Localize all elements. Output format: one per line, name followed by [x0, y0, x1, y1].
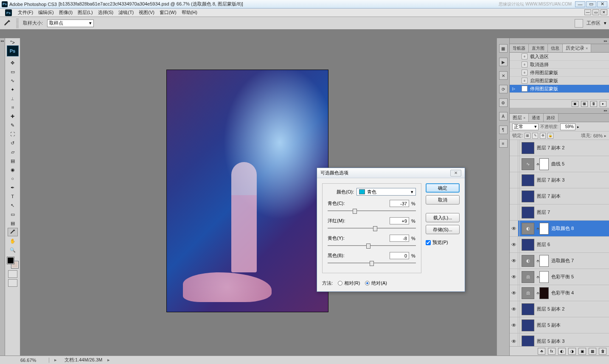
window-close-button[interactable]: ✕	[597, 1, 607, 7]
layer-row[interactable]: 👁◐⬘选取颜色 7	[510, 253, 609, 269]
tab-layers[interactable]: 图层×	[510, 114, 529, 122]
brush-preset-button[interactable]	[575, 19, 583, 28]
dock-button-8[interactable]: ≡	[499, 139, 508, 148]
menu-layer[interactable]: 图层(L)	[75, 8, 95, 17]
eyedropper-tool-icon[interactable]	[3, 19, 12, 28]
history-item[interactable]: ▷≡停用图层蒙版	[510, 85, 609, 93]
layer-visibility-toggle[interactable]	[510, 140, 518, 156]
dialog-titlebar[interactable]: 可选颜色选项 ✕	[317, 168, 465, 178]
type-tool[interactable]: T	[8, 192, 18, 201]
layer-mask-thumb[interactable]	[539, 271, 549, 283]
chevron-right-icon[interactable]: ▸	[54, 357, 57, 363]
delete-layer-button[interactable]: 🗑	[599, 348, 606, 355]
cyan-track[interactable]	[328, 208, 416, 214]
relative-radio[interactable]	[338, 281, 342, 286]
layer-visibility-toggle[interactable]: 👁	[510, 301, 518, 317]
layer-visibility-toggle[interactable]: 👁	[510, 237, 518, 252]
document-canvas[interactable]	[167, 70, 328, 312]
layer-row[interactable]: 👁⚖⬘色彩平衡 4	[510, 285, 609, 301]
blend-mode-select[interactable]: 正常▾	[512, 123, 539, 130]
tab-history[interactable]: 历史记录×	[563, 44, 591, 52]
layer-thumb[interactable]: ⚖	[522, 271, 534, 283]
color-swatches[interactable]	[7, 257, 18, 268]
panel-collapse-bar[interactable]: ▸▸	[510, 38, 609, 44]
dock-button-2[interactable]: ▶	[499, 58, 508, 66]
zoom-tool[interactable]: 🔍	[8, 246, 18, 254]
layer-visibility-toggle[interactable]: 👁	[510, 221, 518, 236]
layer-thumb[interactable]: ◐	[522, 255, 534, 267]
layer-visibility-toggle[interactable]	[510, 188, 518, 204]
layer-row[interactable]: 图层 7 副本	[510, 188, 609, 204]
menu-window[interactable]: 窗口(W)	[157, 8, 179, 17]
dock-button-3[interactable]: ✕	[499, 71, 508, 80]
layer-visibility-toggle[interactable]: 👁	[510, 253, 518, 269]
magenta-input[interactable]: +9	[390, 217, 409, 224]
dock-button-1[interactable]: ▦	[499, 44, 508, 53]
fg-color-swatch[interactable]	[7, 257, 14, 264]
sample-size-select[interactable]: 取样点▾	[47, 20, 94, 27]
history-new-button[interactable]: ▦	[581, 101, 588, 107]
layer-mask-thumb[interactable]	[539, 158, 549, 170]
layer-row[interactable]: 👁图层 5 副本 2	[510, 301, 609, 317]
history-item[interactable]: ≡启用图层蒙版	[510, 77, 609, 85]
tab-navigator[interactable]: 导航器	[510, 44, 529, 52]
layer-row[interactable]: 👁⚖⬘色彩平衡 5	[510, 269, 609, 285]
menu-image[interactable]: 图像(I)	[56, 8, 75, 17]
slice-tool[interactable]: ⌗	[8, 103, 18, 112]
history-snapshot-button[interactable]: ▣	[572, 101, 578, 107]
magenta-track[interactable]	[328, 225, 416, 231]
history-menu-button[interactable]: ▸	[600, 101, 606, 107]
layer-row[interactable]: 👁图层 6	[510, 237, 609, 253]
menu-select[interactable]: 选择(S)	[95, 8, 116, 17]
layer-row[interactable]: ∿⬘曲线 5	[510, 156, 609, 172]
layer-row[interactable]: 图层 7 副本 3	[510, 172, 609, 188]
window-maximize-button[interactable]: ▭	[586, 1, 596, 7]
menu-help[interactable]: 帮助(H)	[179, 8, 200, 17]
slider-knob[interactable]	[353, 209, 357, 214]
tab-info[interactable]: 信息	[548, 44, 563, 52]
doc-restore-button[interactable]: ▭	[592, 9, 599, 15]
quickmask-button[interactable]	[8, 270, 17, 278]
slider-knob[interactable]	[373, 226, 377, 231]
dock-button-6[interactable]: A	[499, 112, 508, 120]
layer-mask-thumb[interactable]	[539, 223, 549, 235]
load-button[interactable]: 载入(L)...	[426, 213, 460, 222]
layer-thumb[interactable]	[522, 142, 534, 154]
lock-position-button[interactable]: ✥	[540, 133, 546, 139]
dialog-close-button[interactable]: ✕	[450, 170, 461, 176]
eraser-tool[interactable]: ▱	[8, 148, 18, 156]
blur-tool[interactable]: ◉	[8, 165, 18, 174]
layer-thumb[interactable]	[522, 303, 534, 315]
layer-thumb[interactable]: ∿	[522, 158, 534, 170]
layer-row[interactable]: 👁图层 5 副本 3	[510, 333, 609, 346]
layer-visibility-toggle[interactable]: 👁	[510, 333, 518, 346]
layer-visibility-toggle[interactable]	[510, 156, 518, 172]
absolute-radio[interactable]	[365, 281, 370, 286]
opacity-input[interactable]: 59%	[560, 123, 575, 130]
marquee-tool[interactable]: ▭	[8, 67, 18, 76]
layer-mask-button[interactable]: ◐	[558, 348, 566, 355]
lock-all-button[interactable]: 🔒	[547, 133, 553, 139]
lock-transparent-button[interactable]: ▦	[525, 133, 530, 139]
chevron-right-icon[interactable]: ▸	[107, 357, 110, 363]
layer-visibility-toggle[interactable]: 👁	[510, 269, 518, 285]
wand-tool[interactable]: ✦	[8, 85, 18, 94]
heal-tool[interactable]: ✚	[8, 112, 18, 120]
move-tool[interactable]: ✥	[8, 59, 18, 67]
gradient-tool[interactable]: ▤	[8, 157, 18, 165]
color-select[interactable]: 青色 ▾	[356, 188, 416, 196]
doc-minimize-button[interactable]: —	[584, 9, 591, 15]
tab-paths[interactable]: 路径	[544, 114, 558, 122]
slider-knob[interactable]	[366, 244, 370, 249]
notes-tool[interactable]: ▤	[8, 219, 18, 227]
history-item[interactable]: ≡取消选择	[510, 61, 609, 69]
layer-thumb[interactable]	[522, 239, 534, 251]
left-collapse-rail[interactable]: ▸▸	[0, 38, 5, 356]
dock-button-5[interactable]: ⚙	[499, 98, 508, 107]
lock-pixels-button[interactable]: ✎	[532, 133, 538, 139]
stamp-tool[interactable]: ⛶	[8, 130, 18, 138]
link-layers-button[interactable]: ⬘	[538, 348, 545, 355]
shape-tool[interactable]: ▭	[8, 210, 18, 218]
cancel-button[interactable]: 取消	[426, 195, 460, 204]
menu-edit[interactable]: 编辑(E)	[36, 8, 56, 17]
